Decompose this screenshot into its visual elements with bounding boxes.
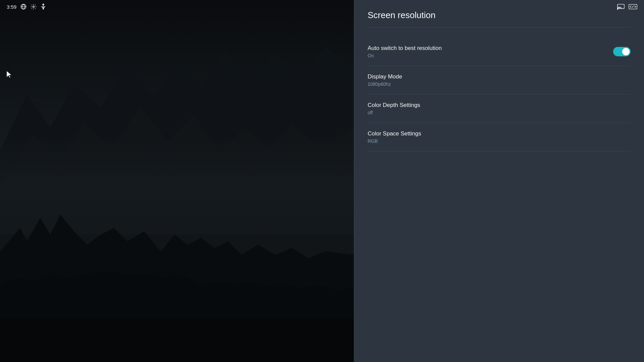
settings-icon xyxy=(31,4,37,10)
display-mode-value: 1080p60hz xyxy=(368,81,402,87)
color-space-label: Color Space Settings xyxy=(368,130,421,137)
status-bar-right xyxy=(617,4,637,10)
status-bar-left: 3:59 xyxy=(7,3,46,10)
display-mode-label: Display Mode xyxy=(368,73,402,80)
display-mode-item[interactable]: Display Mode 1080p60hz xyxy=(368,66,631,95)
color-space-value: RGB xyxy=(368,138,421,144)
color-depth-label: Color Depth Settings xyxy=(368,102,420,109)
network-icon xyxy=(20,4,26,10)
svg-rect-1 xyxy=(0,134,354,235)
color-space-item[interactable]: Color Space Settings RGB xyxy=(368,123,631,152)
cast-icon xyxy=(617,4,625,10)
svg-point-6 xyxy=(42,6,43,7)
color-depth-content: Color Depth Settings off xyxy=(368,102,420,115)
settings-panel: Screen resolution Auto switch to best re… xyxy=(354,0,644,362)
color-depth-value: off xyxy=(368,110,420,115)
auto-switch-label: Auto switch to best resolution xyxy=(368,45,442,52)
color-space-content: Color Space Settings RGB xyxy=(368,130,421,144)
status-bar: 3:59 xyxy=(0,0,644,13)
svg-rect-8 xyxy=(43,8,44,9)
display-mode-content: Display Mode 1080p60hz xyxy=(368,73,402,87)
remote-icon xyxy=(629,4,637,10)
usb-icon xyxy=(41,3,46,10)
clock: 3:59 xyxy=(7,4,16,10)
color-depth-item[interactable]: Color Depth Settings off xyxy=(368,95,631,123)
toggle-knob xyxy=(622,48,630,55)
auto-switch-content: Auto switch to best resolution On xyxy=(368,45,442,58)
svg-point-7 xyxy=(44,6,45,7)
svg-point-5 xyxy=(33,6,35,8)
svg-rect-2 xyxy=(0,318,354,362)
auto-switch-toggle[interactable] xyxy=(613,47,631,56)
auto-switch-value: On xyxy=(368,53,442,58)
wallpaper-background xyxy=(0,0,354,362)
auto-switch-item[interactable]: Auto switch to best resolution On xyxy=(368,38,631,66)
svg-point-10 xyxy=(617,9,618,10)
